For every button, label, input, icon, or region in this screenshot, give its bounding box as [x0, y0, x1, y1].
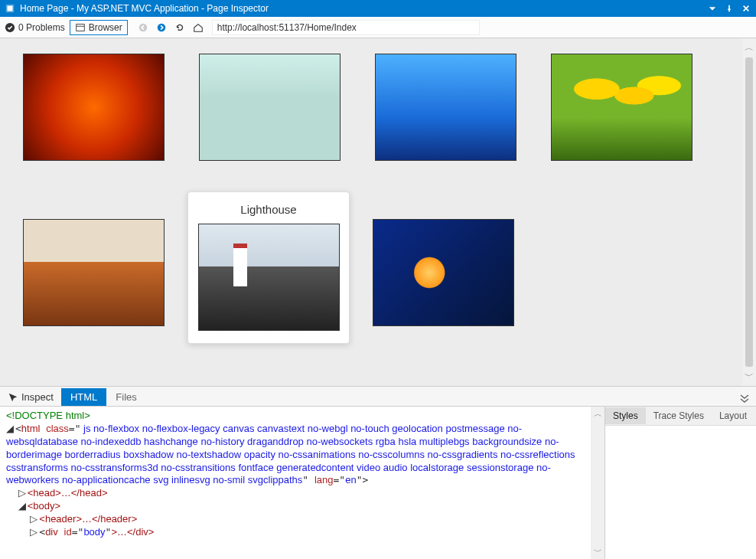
- problems-count-label: 0 Problems: [18, 22, 65, 33]
- url-field[interactable]: http://localhost:51137/Home/Index: [212, 20, 480, 35]
- home-icon[interactable]: [192, 21, 204, 34]
- scroll-down-icon[interactable]: ﹀: [594, 546, 602, 557]
- gallery-image[interactable]: [198, 224, 340, 331]
- browser-preview: Lighthouse: [0, 38, 742, 386]
- bottom-panel: <!DOCTYPE html> ◢<html class=" js no-fle…: [0, 406, 756, 559]
- side-tab-layout[interactable]: Layout: [712, 407, 754, 424]
- svg-rect-1: [8, 6, 13, 11]
- problems-indicator[interactable]: 0 Problems: [5, 22, 65, 33]
- gallery-image[interactable]: [23, 219, 165, 326]
- html-source-view[interactable]: <!DOCTYPE html> ◢<html class=" js no-fle…: [0, 407, 591, 559]
- svg-rect-3: [76, 24, 84, 31]
- pin-icon[interactable]: [724, 3, 735, 14]
- svg-point-6: [157, 23, 165, 31]
- side-panel: Styles Trace Styles Layout Att: [604, 407, 756, 559]
- titlebar-title: Home Page - My ASP.NET MVC Application -…: [20, 3, 269, 14]
- toolbar: 0 Problems Browser http://localhost:5113…: [0, 17, 756, 38]
- side-tab-trace-styles[interactable]: Trace Styles: [646, 407, 712, 424]
- tab-html[interactable]: HTML: [61, 388, 106, 406]
- tab-files[interactable]: Files: [106, 388, 145, 406]
- inspect-button[interactable]: Inspect: [0, 388, 61, 406]
- refresh-icon[interactable]: [174, 21, 186, 34]
- inspector-bar: Inspect HTML Files: [0, 386, 756, 406]
- gallery-image[interactable]: [551, 54, 692, 161]
- preview-scrollbar[interactable]: ︿ ﹀: [742, 38, 756, 386]
- side-panel-body: [605, 426, 756, 559]
- scroll-up-icon[interactable]: ︿: [745, 41, 754, 54]
- code-scrollbar[interactable]: ︿ ﹀: [591, 407, 604, 559]
- scroll-down-icon[interactable]: ﹀: [745, 370, 754, 383]
- highlighted-card-title: Lighthouse: [197, 200, 340, 224]
- gallery-image[interactable]: [375, 54, 516, 161]
- browser-button[interactable]: Browser: [70, 20, 128, 35]
- side-tab-styles[interactable]: Styles: [605, 407, 646, 424]
- nav-back-icon[interactable]: [137, 21, 149, 34]
- window-options-icon[interactable]: [707, 3, 718, 14]
- code-doctype: <!DOCTYPE html>: [6, 410, 90, 421]
- chevron-down-icon[interactable]: [733, 393, 756, 406]
- highlighted-card[interactable]: Lighthouse: [187, 191, 350, 344]
- gallery-image[interactable]: [373, 219, 514, 326]
- close-icon[interactable]: [741, 3, 751, 14]
- gallery-image[interactable]: [23, 54, 165, 161]
- browser-button-label: Browser: [89, 22, 122, 33]
- inspect-label: Inspect: [21, 391, 54, 403]
- titlebar: Home Page - My ASP.NET MVC Application -…: [0, 0, 756, 17]
- svg-point-5: [138, 23, 147, 31]
- app-icon: [5, 3, 15, 14]
- gallery-image[interactable]: [199, 54, 341, 161]
- nav-forward-icon[interactable]: [155, 21, 168, 34]
- scroll-up-icon[interactable]: ︿: [594, 408, 602, 420]
